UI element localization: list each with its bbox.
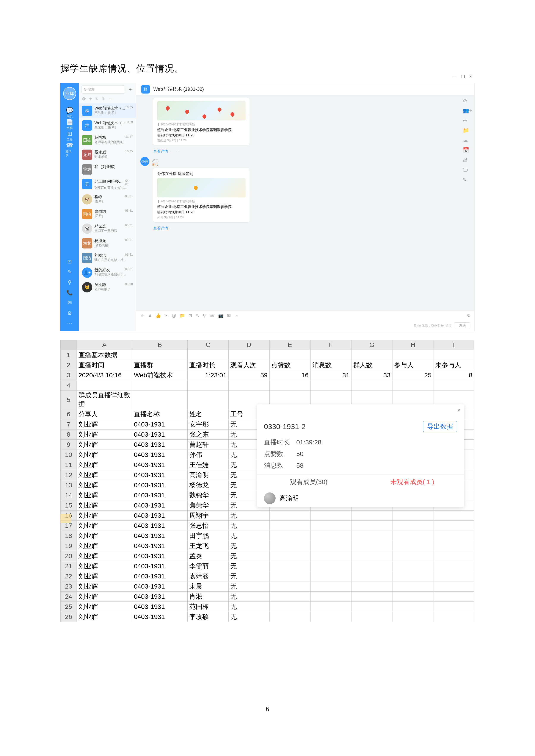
cell[interactable]: 直播群: [132, 360, 187, 370]
cell[interactable]: 0403-1931: [132, 521, 187, 531]
right-rail-icon[interactable]: ☁: [463, 137, 472, 143]
sender-avatar[interactable]: 孙伟: [140, 157, 150, 166]
cell[interactable]: 无: [228, 612, 269, 622]
cell[interactable]: 孙伟: [187, 450, 228, 460]
cell[interactable]: [433, 551, 474, 561]
cell[interactable]: 0403-1931: [132, 500, 187, 511]
cell[interactable]: 姓名: [187, 409, 228, 419]
sheet-row[interactable]: 26刘业辉0403-1931李玫硕无: [61, 612, 474, 622]
row-header[interactable]: 24: [61, 592, 77, 602]
member-row[interactable]: 高渝明: [257, 489, 464, 507]
popup-close-icon[interactable]: ×: [457, 407, 461, 414]
cell[interactable]: 1:23:01: [187, 370, 228, 380]
cell[interactable]: [351, 350, 392, 360]
row-header[interactable]: 19: [61, 541, 77, 551]
filter-icon[interactable]: ↻: [95, 96, 99, 101]
row-header[interactable]: 3: [61, 370, 77, 380]
cell[interactable]: [392, 380, 433, 391]
cell[interactable]: 无: [228, 521, 269, 531]
row-header[interactable]: 14: [61, 490, 77, 500]
conversation-item[interactable]: 🐼 郑世选03-31 撤回了一条消息: [79, 221, 136, 236]
column-header[interactable]: B: [132, 340, 187, 350]
cell[interactable]: [269, 541, 310, 551]
input-toolbar-icon[interactable]: 📁: [180, 313, 185, 318]
sheet-row[interactable]: 2直播时间直播群直播时长观看人次点赞数消息数群人数参与人未参与人: [61, 360, 474, 370]
nav-bottom-icon[interactable]: ⊡: [68, 258, 72, 265]
cell[interactable]: 魏锦华: [187, 490, 228, 500]
cell[interactable]: [310, 521, 351, 531]
cell[interactable]: [433, 592, 474, 602]
cell[interactable]: [392, 612, 433, 622]
cell[interactable]: 无: [228, 551, 269, 561]
cell[interactable]: 0403-1931: [132, 531, 187, 541]
cell[interactable]: 刘业辉: [76, 551, 132, 561]
input-toolbar-icon[interactable]: ✉: [227, 313, 231, 318]
nav-item[interactable]: 💬消息: [65, 107, 74, 119]
cell[interactable]: 8: [433, 370, 474, 380]
cell[interactable]: [269, 521, 310, 531]
cell[interactable]: 李雯丽: [187, 561, 228, 571]
filter-icon[interactable]: 🗑: [101, 96, 105, 101]
cell[interactable]: [310, 602, 351, 612]
view-detail-link-2[interactable]: 查看详情›: [153, 226, 457, 231]
cell[interactable]: [132, 380, 187, 391]
cell[interactable]: 直播名称: [132, 409, 187, 419]
user-avatar[interactable]: 业辉: [63, 87, 76, 100]
cell[interactable]: [433, 531, 474, 541]
cell[interactable]: 未参与人: [433, 360, 474, 370]
cell[interactable]: [351, 511, 392, 521]
sheet-row[interactable]: 25刘业辉0403-1931苑国栋无: [61, 602, 474, 612]
cell[interactable]: [310, 350, 351, 360]
cell[interactable]: 0403-1931: [132, 440, 187, 450]
cell[interactable]: 刘业辉: [76, 500, 132, 511]
cell[interactable]: 刘业辉: [76, 581, 132, 592]
sheet-row[interactable]: 18刘业辉0403-1931田宇鹏无: [61, 531, 474, 541]
conversation-item[interactable]: 🐶 程峥03-31 [图片]: [79, 192, 136, 207]
sheet-row[interactable]: 32020/4/3 10:16Web前端技术1:23:0159163133258: [61, 370, 474, 380]
input-toolbar-icon[interactable]: @: [172, 313, 176, 318]
cell[interactable]: 刘业辉: [76, 541, 132, 551]
cell[interactable]: 田宇鹏: [187, 531, 228, 541]
cell[interactable]: 无: [228, 561, 269, 571]
cell[interactable]: 刘业辉: [76, 521, 132, 531]
input-toolbar-icon[interactable]: ✎: [196, 313, 199, 318]
cell[interactable]: [269, 380, 310, 391]
cell[interactable]: [310, 541, 351, 551]
cell[interactable]: [269, 571, 310, 581]
cell[interactable]: [351, 602, 392, 612]
cell[interactable]: [269, 602, 310, 612]
cell[interactable]: 0403-1931: [132, 581, 187, 592]
sheet-row[interactable]: 16刘业辉0403-1931周翔宇无: [61, 511, 474, 521]
cell[interactable]: [310, 592, 351, 602]
cell[interactable]: 消息数: [310, 360, 351, 370]
window-minimize-icon[interactable]: —: [452, 74, 457, 79]
cell[interactable]: 刘业辉: [76, 429, 132, 440]
cell[interactable]: [433, 541, 474, 551]
cell[interactable]: 无: [228, 581, 269, 592]
sheet-row[interactable]: 23刘业辉0403-1931宋晨无: [61, 581, 474, 592]
row-header[interactable]: 23: [61, 581, 77, 592]
more-icon[interactable]: ⋯: [176, 149, 180, 154]
cell[interactable]: 焦荣华: [187, 500, 228, 511]
cell[interactable]: 0403-1931: [132, 429, 187, 440]
conversation-item[interactable]: 海龙 杨海龙03-31 [动画表情]: [79, 236, 136, 251]
cell[interactable]: [310, 551, 351, 561]
view-detail-link-1[interactable]: 查看详情› ⋯: [153, 149, 457, 154]
cell[interactable]: 刘业辉: [76, 470, 132, 480]
input-toolbar-icon[interactable]: ⚲: [203, 313, 206, 318]
cell[interactable]: 周翔宇: [187, 511, 228, 521]
cell[interactable]: [310, 612, 351, 622]
cell[interactable]: 0403-1931: [132, 612, 187, 622]
cell[interactable]: [310, 531, 351, 541]
filter-icon[interactable]: @: [82, 96, 86, 101]
sheet-row[interactable]: 17刘业辉0403-1931张思怡无: [61, 521, 474, 531]
refresh-icon[interactable]: ↻: [467, 313, 470, 318]
cell[interactable]: [187, 391, 228, 409]
cell[interactable]: [433, 602, 474, 612]
cell[interactable]: 0403-1931: [132, 541, 187, 551]
cell[interactable]: 0403-1931: [132, 551, 187, 561]
cell[interactable]: 刘业辉: [76, 531, 132, 541]
right-rail-icon[interactable]: ⊘: [463, 97, 472, 104]
cell[interactable]: 刘业辉: [76, 612, 132, 622]
nav-item[interactable]: ☎通讯录: [65, 142, 74, 157]
